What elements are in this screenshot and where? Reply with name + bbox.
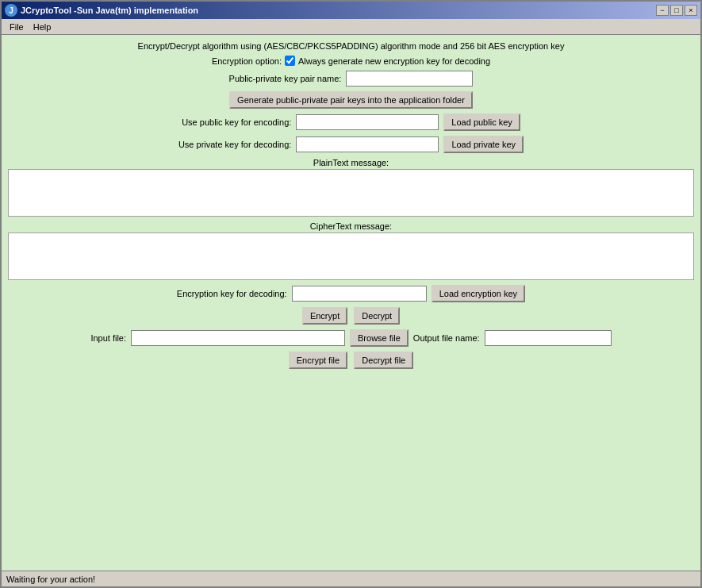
content-area: Encrypt/Decrypt algorithm using (AES/CBC… <box>2 35 700 571</box>
input-file-row: Input file: Browse file Output file name… <box>8 329 694 347</box>
generate-button-row: Generate public-private pair keys into t… <box>8 91 694 109</box>
status-bar: Waiting for your action! <box>2 571 700 586</box>
ciphertext-textarea[interactable] <box>9 233 693 279</box>
generate-keypair-button[interactable]: Generate public-private pair keys into t… <box>229 91 473 109</box>
maximize-button[interactable]: □ <box>670 5 683 16</box>
encryption-option-label: Encryption option: <box>212 56 282 66</box>
encrypt-decrypt-row: Encrypt Decrypt <box>8 307 694 325</box>
menu-file[interactable]: File <box>5 21 29 33</box>
public-key-label: Use public key for encoding: <box>182 117 291 127</box>
menu-help[interactable]: Help <box>29 21 56 33</box>
keypair-input[interactable] <box>346 71 473 86</box>
plaintext-section: PlainText message: <box>8 158 694 217</box>
input-file-label: Input file: <box>90 333 126 343</box>
algorithm-description: Encrypt/Decrypt algorithm using (AES/CBC… <box>8 41 694 51</box>
generate-key-label: Always generate new encryption key for d… <box>298 56 490 66</box>
encryption-key-row: Encryption key for decoding: Load encryp… <box>8 285 694 302</box>
plaintext-textarea[interactable] <box>9 170 693 216</box>
minimize-button[interactable]: − <box>656 5 669 16</box>
status-text: Waiting for your action! <box>6 575 95 584</box>
output-file-label: Output file name: <box>413 333 480 343</box>
decrypt-file-button[interactable]: Decrypt file <box>354 352 413 369</box>
title-bar: J JCryptoTool -Sun Java(tm) implementati… <box>2 2 700 19</box>
encrypt-button[interactable]: Encrypt <box>302 307 347 325</box>
file-action-row: Encrypt file Decrypt file <box>8 352 694 369</box>
plaintext-label: PlainText message: <box>8 158 694 167</box>
encryption-option-row: Encryption option: Always generate new e… <box>8 56 694 66</box>
keypair-row: Public-private key pair name: <box>8 71 694 86</box>
encryption-key-input[interactable] <box>292 286 427 302</box>
app-icon: J <box>5 4 17 17</box>
title-bar-buttons: − □ × <box>656 5 697 16</box>
encryption-key-label: Encryption key for decoding: <box>177 289 287 298</box>
keypair-label: Public-private key pair name: <box>229 74 342 83</box>
plaintext-area[interactable] <box>8 169 694 217</box>
browse-file-button[interactable]: Browse file <box>350 329 409 347</box>
public-key-row: Use public key for encoding: Load public… <box>8 113 694 131</box>
menu-bar: File Help <box>2 19 700 35</box>
private-key-row: Use private key for decoding: Load priva… <box>8 136 694 153</box>
load-encryption-key-button[interactable]: Load encryption key <box>432 285 525 302</box>
generate-key-checkbox[interactable] <box>285 56 295 66</box>
window-title: JCryptoTool -Sun Java(tm) implementation <box>21 6 198 15</box>
load-private-key-button[interactable]: Load private key <box>443 136 524 153</box>
decrypt-button[interactable]: Decrypt <box>354 307 400 325</box>
ciphertext-section: CipherText message: <box>8 221 694 280</box>
close-button[interactable]: × <box>685 5 697 16</box>
ciphertext-area[interactable] <box>8 233 694 280</box>
ciphertext-label: CipherText message: <box>8 221 694 231</box>
main-window: J JCryptoTool -Sun Java(tm) implementati… <box>0 0 702 588</box>
encrypt-file-button[interactable]: Encrypt file <box>289 352 347 369</box>
output-file-input[interactable] <box>485 330 612 346</box>
public-key-input[interactable] <box>296 114 439 130</box>
private-key-label: Use private key for decoding: <box>178 140 291 149</box>
load-public-key-button[interactable]: Load public key <box>443 113 520 131</box>
input-file-input[interactable] <box>131 330 345 346</box>
title-bar-left: J JCryptoTool -Sun Java(tm) implementati… <box>5 4 198 17</box>
private-key-input[interactable] <box>296 136 439 152</box>
